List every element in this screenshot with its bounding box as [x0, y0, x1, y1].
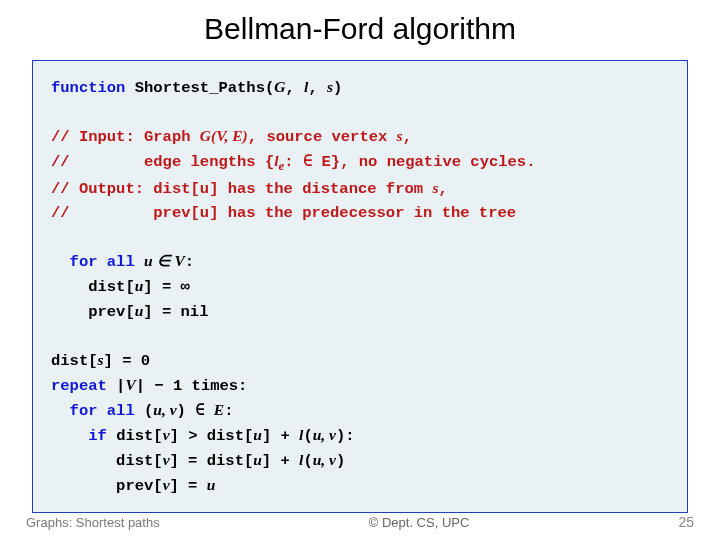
- comment-line: // Input: Graph G(V, E), source vertex s…: [51, 124, 669, 149]
- footer-center: © Dept. CS, UPC: [369, 515, 470, 530]
- code-line: dist[v] = dist[u] + l(u, v): [51, 448, 669, 473]
- sep: ,: [308, 79, 327, 97]
- code-line: if dist[v] > dist[u] + l(u, v):: [51, 423, 669, 448]
- paren: ): [333, 79, 342, 97]
- code-line: for all u ∈ V:: [51, 249, 669, 274]
- comment-line: // Output: dist[u] has the distance from…: [51, 176, 669, 201]
- code-line: dist[s] = 0: [51, 348, 669, 373]
- blank-line: [51, 324, 669, 348]
- pseudocode-box: function Shortest_Paths(G, l, s) // Inpu…: [32, 60, 688, 513]
- footer-page-number: 25: [678, 514, 694, 530]
- blank-line: [51, 225, 669, 249]
- param-G: G: [274, 78, 285, 95]
- function-name: Shortest_Paths(: [125, 79, 274, 97]
- code-line: function Shortest_Paths(G, l, s): [51, 75, 669, 100]
- code-line: prev[v] = u: [51, 473, 669, 498]
- footer-left: Graphs: Shortest paths: [26, 515, 160, 530]
- blank-line: [51, 100, 669, 124]
- code-line: prev[u] = nil: [51, 299, 669, 324]
- comment-line: // prev[u] has the predecessor in the tr…: [51, 201, 669, 225]
- slide-title: Bellman-Ford algorithm: [0, 0, 720, 54]
- code-line: for all (u, v) ∈ E:: [51, 398, 669, 423]
- sep: ,: [285, 79, 304, 97]
- comment-line: // edge lengths {le: ∈ E}, no negative c…: [51, 149, 669, 176]
- code-line: dist[u] = ∞: [51, 274, 669, 299]
- code-line: repeat |V| − 1 times:: [51, 373, 669, 398]
- slide-footer: Graphs: Shortest paths © Dept. CS, UPC 2…: [0, 514, 720, 530]
- keyword-function: function: [51, 79, 125, 97]
